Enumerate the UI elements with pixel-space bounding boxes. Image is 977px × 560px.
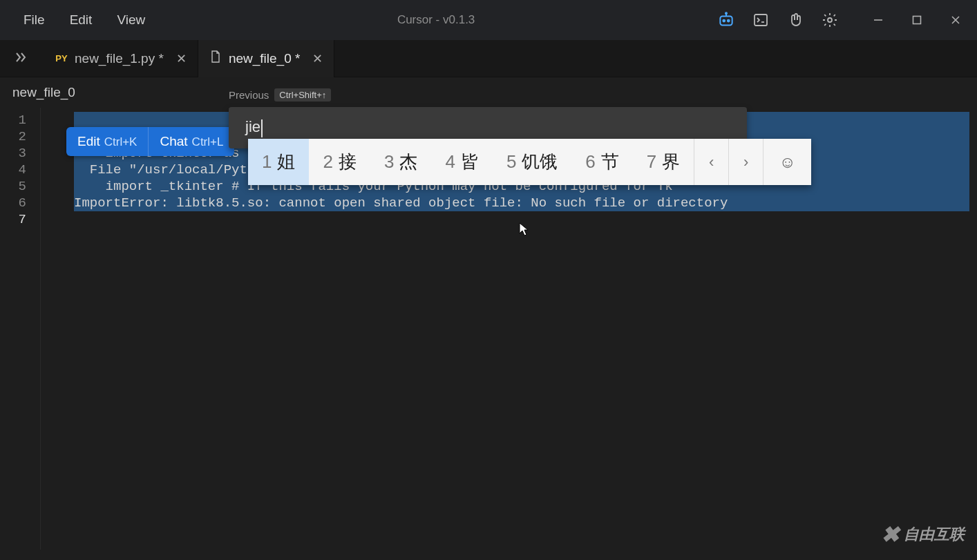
svg-point-7	[828, 18, 832, 22]
svg-rect-5	[755, 15, 767, 26]
tab-new-file-0[interactable]: new_file_0 * ✕	[198, 40, 335, 77]
ime-text: 姐	[277, 150, 295, 174]
edit-action[interactable]: Edit Ctrl+K	[66, 127, 148, 156]
ime-index: 4	[445, 151, 455, 173]
close-tab-icon[interactable]: ✕	[312, 51, 323, 66]
tab-label: new_file_0 *	[229, 51, 301, 66]
ime-candidate[interactable]: 1 姐	[248, 139, 309, 185]
code-line: ImportError: libtk8.5.so: cannot open sh…	[51, 195, 977, 211]
close-tab-icon[interactable]: ✕	[176, 51, 187, 66]
menu-view[interactable]: View	[107, 8, 155, 32]
line-number: 6	[0, 195, 40, 211]
ime-index: 5	[506, 151, 516, 173]
text-caret	[261, 119, 263, 137]
tab-new-file-1[interactable]: PY new_file_1.py * ✕	[44, 40, 198, 77]
bot-icon[interactable]	[717, 11, 735, 29]
terminal-icon[interactable]	[752, 11, 770, 29]
ime-text: 皆	[461, 150, 479, 174]
ime-text: 饥饿	[522, 150, 558, 174]
previous-label-text: Previous	[229, 89, 269, 101]
ime-candidate[interactable]: 4 皆	[431, 139, 492, 185]
file-icon	[209, 50, 222, 66]
ime-prev-icon[interactable]: ‹	[694, 139, 728, 185]
ime-candidate[interactable]: 7 界	[633, 139, 694, 185]
titlebar-actions	[717, 11, 970, 29]
close-icon[interactable]	[948, 12, 963, 28]
watermark-logo-icon: ✖	[881, 521, 900, 548]
svg-rect-9	[913, 17, 921, 24]
edit-label: Edit	[77, 134, 100, 149]
watermark-text: 自由互联	[904, 524, 965, 545]
command-input-value: jie	[245, 118, 260, 135]
cursor-arrow-icon	[519, 222, 529, 236]
line-number: 4	[0, 162, 40, 178]
previous-hint: Previous Ctrl+Shift+↑	[229, 88, 331, 102]
ime-index: 1	[262, 151, 272, 173]
menubar: File Edit View	[7, 8, 155, 32]
ime-candidate[interactable]: 5 饥饿	[493, 139, 571, 185]
breadcrumb[interactable]: new_file_0	[0, 77, 977, 108]
maximize-icon[interactable]	[909, 12, 924, 28]
window-title: Cursor - v0.1.3	[155, 13, 717, 27]
tab-label: new_file_1.py *	[75, 51, 164, 66]
wave-icon[interactable]	[786, 11, 804, 29]
edit-shortcut: Ctrl+K	[104, 135, 137, 149]
watermark: ✖ 自由互联	[881, 521, 965, 548]
svg-point-4	[725, 12, 727, 14]
ime-next-icon[interactable]: ›	[728, 139, 763, 185]
line-gutter: 1 2 3 4 5 6 7	[0, 108, 40, 550]
inline-action-bar: Edit Ctrl+K Chat Ctrl+L	[66, 127, 234, 156]
previous-shortcut: Ctrl+Shift+↑	[274, 88, 331, 102]
ime-index: 2	[323, 151, 332, 173]
gear-icon[interactable]	[821, 11, 839, 29]
ime-emoji-icon[interactable]: ☺	[763, 139, 811, 185]
minimize-icon[interactable]	[871, 12, 886, 28]
python-file-icon: PY	[55, 53, 68, 64]
chat-label: Chat	[160, 134, 187, 149]
menu-edit[interactable]: Edit	[60, 8, 102, 32]
ime-text: 节	[601, 150, 619, 174]
line-number: 7	[0, 211, 40, 228]
ime-index: 3	[384, 151, 394, 173]
ime-text: 接	[339, 150, 357, 174]
line-number: 2	[0, 128, 40, 145]
ime-candidate[interactable]: 6 节	[571, 139, 632, 185]
tabbar: PY new_file_1.py * ✕ new_file_0 * ✕	[0, 40, 977, 77]
ime-text: 界	[662, 150, 680, 174]
ime-index: 6	[585, 151, 595, 173]
titlebar: File Edit View Cursor - v0.1.3	[0, 0, 977, 40]
tab-overflow-icon[interactable]	[8, 46, 33, 71]
code-line	[51, 211, 977, 228]
chat-shortcut: Ctrl+L	[192, 135, 224, 149]
menu-file[interactable]: File	[14, 8, 55, 32]
gutter-border	[40, 108, 51, 550]
ime-candidate[interactable]: 3 杰	[370, 139, 431, 185]
svg-rect-0	[720, 17, 732, 26]
ime-index: 7	[647, 151, 656, 173]
svg-point-1	[723, 20, 725, 22]
breadcrumb-item[interactable]: new_file_0	[12, 85, 75, 100]
ime-candidate-bar: 1 姐 2 接 3 杰 4 皆 5 饥饿 6 节 7 界 ‹ › ☺	[248, 139, 811, 185]
line-number: 5	[0, 178, 40, 195]
svg-point-2	[728, 20, 730, 22]
line-number: 1	[0, 112, 40, 128]
ime-candidate[interactable]: 2 接	[309, 139, 370, 185]
chat-action[interactable]: Chat Ctrl+L	[148, 127, 234, 156]
ime-text: 杰	[399, 150, 417, 174]
line-number: 3	[0, 145, 40, 162]
